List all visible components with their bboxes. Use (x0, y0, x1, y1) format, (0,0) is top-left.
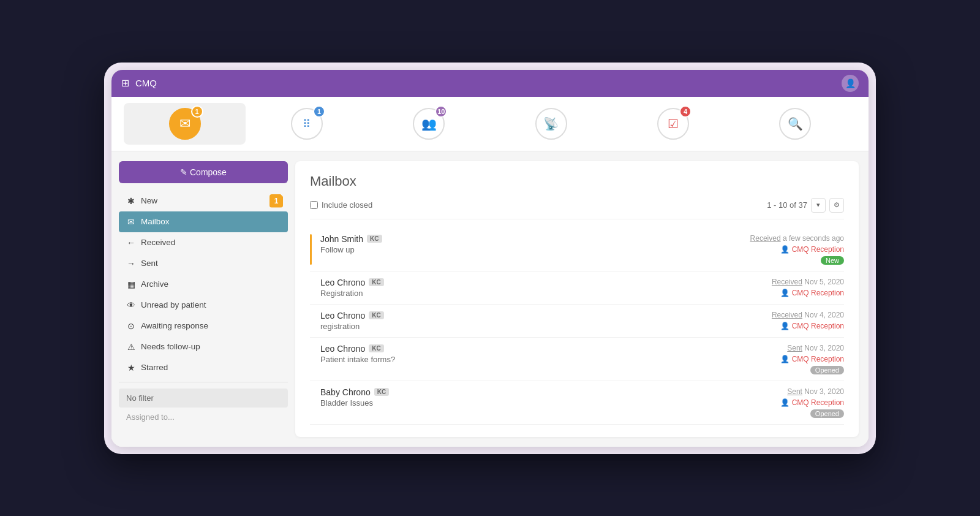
message-border (310, 387, 312, 418)
sidebar-label-new: New (141, 196, 157, 205)
starred-icon: ★ (126, 363, 136, 373)
message-status: Sent Nov 3, 2020 (787, 344, 844, 352)
sidebar-item-received[interactable]: ← Received (119, 232, 288, 253)
followup-icon: ⚠ (126, 342, 136, 352)
message-row[interactable]: Leo ChronoKCRegistrationReceived Nov 5, … (310, 271, 844, 305)
sidebar: ✎ Compose ✱ New 1 ✉ Mailbox ← Received (111, 151, 295, 447)
message-status: Received Nov 5, 2020 (772, 278, 844, 286)
message-body: Leo ChronoKCRegistration (320, 278, 709, 298)
mailbox-controls: Include closed 1 - 10 of 37 ▾ ⚙ (310, 198, 844, 219)
message-tag: Opened (810, 409, 844, 418)
mailbox-icon: ✉ (126, 217, 136, 227)
message-status: Received Nov 4, 2020 (772, 311, 844, 319)
sidebar-item-unread[interactable]: 👁 Unread by patient (119, 295, 288, 316)
sender-row: Leo ChronoKC (320, 344, 709, 354)
message-meta: Sent Nov 3, 2020👤 CMQ ReceptionOpened (709, 344, 844, 374)
content-area: ✎ Compose ✱ New 1 ✉ Mailbox ← Received (111, 151, 869, 447)
sender-badge: KC (374, 388, 389, 396)
message-meta: Sent Nov 3, 2020👤 CMQ ReceptionOpened (709, 387, 844, 418)
app-header: ⊞ CMQ 👤 (111, 70, 869, 97)
message-border (310, 234, 312, 265)
tab-grid[interactable]: ⠿ 1 (246, 103, 368, 145)
sidebar-label-sent: Sent (141, 259, 158, 268)
sidebar-assigned: Assigned to... (119, 408, 288, 427)
pagination-settings-btn[interactable]: ⚙ (829, 198, 844, 213)
sidebar-label-mailbox: Mailbox (141, 217, 170, 226)
sidebar-item-followup[interactable]: ⚠ Needs follow-up (119, 336, 288, 357)
tasks-badge: 4 (679, 105, 692, 118)
users-badge: 10 (435, 105, 447, 118)
tab-users[interactable]: 👥 10 (368, 103, 490, 145)
search-icon: 🔍 (779, 108, 811, 140)
sidebar-divider (119, 382, 288, 382)
received-icon: ← (126, 238, 136, 248)
tab-search[interactable]: 🔍 (734, 103, 856, 145)
sender-row: Leo ChronoKC (320, 278, 709, 287)
nav-tabs: ✉ 1 ⠿ 1 👥 10 📡 (111, 97, 869, 151)
sender-name: John Smith (320, 234, 363, 244)
header-title: CMQ (135, 78, 157, 88)
sender-row: Baby ChronoKC (320, 387, 709, 397)
message-assignee: 👤 CMQ Reception (780, 289, 844, 297)
message-body: Leo ChronoKCPatient intake forms? (320, 344, 709, 374)
chat-icon: 📡 (535, 108, 567, 140)
grid-icon: ⊞ (121, 77, 129, 89)
sender-badge: KC (369, 278, 383, 286)
sidebar-label-awaiting: Awaiting response (141, 321, 208, 330)
new-badge: 1 (270, 194, 283, 208)
sidebar-item-new[interactable]: ✱ New 1 (119, 191, 288, 211)
sender-name: Leo Chrono (320, 344, 365, 354)
message-assignee: 👤 CMQ Reception (780, 245, 844, 254)
message-list: John SmithKCFollow upReceived a few seco… (310, 228, 844, 425)
message-subject: Follow up (320, 245, 709, 254)
sidebar-item-sent[interactable]: → Sent (119, 253, 288, 274)
sender-row: John SmithKC (320, 234, 709, 244)
grid-badge: 1 (313, 105, 325, 118)
message-status: Received a few seconds ago (750, 234, 844, 243)
include-closed-checkbox[interactable] (310, 201, 318, 209)
archive-icon: ▦ (126, 279, 136, 289)
message-subject: Patient intake forms? (320, 355, 709, 364)
sidebar-item-mailbox[interactable]: ✉ Mailbox (119, 211, 288, 232)
message-assignee: 👤 CMQ Reception (780, 398, 844, 407)
message-subject: Bladder Issues (320, 398, 709, 408)
message-meta: Received a few seconds ago👤 CMQ Receptio… (709, 234, 844, 265)
message-border (310, 311, 312, 331)
message-border (310, 278, 312, 298)
sidebar-item-archive[interactable]: ▦ Archive (119, 274, 288, 295)
pagination-down-btn[interactable]: ▾ (811, 198, 826, 213)
message-subject: Registration (320, 289, 709, 298)
sidebar-item-starred[interactable]: ★ Starred (119, 357, 288, 378)
message-row[interactable]: Baby ChronoKCBladder IssuesSent Nov 3, 2… (310, 381, 844, 425)
message-row[interactable]: Leo ChronoKCPatient intake forms?Sent No… (310, 338, 844, 381)
tab-tasks[interactable]: ☑ 4 (612, 103, 734, 145)
avatar[interactable]: 👤 (842, 75, 859, 92)
sidebar-filter[interactable]: No filter (119, 389, 288, 408)
sender-name: Leo Chrono (320, 311, 365, 321)
message-row[interactable]: John SmithKCFollow upReceived a few seco… (310, 228, 844, 271)
sender-name: Leo Chrono (320, 278, 365, 287)
tab-chat[interactable]: 📡 (490, 103, 612, 145)
sidebar-label-followup: Needs follow-up (141, 342, 200, 351)
message-row[interactable]: Leo ChronoKCregistrationReceived Nov 4, … (310, 305, 844, 338)
pagination-text: 1 - 10 of 37 (767, 200, 807, 210)
tab-mail[interactable]: ✉ 1 (124, 103, 246, 145)
message-subject: registration (320, 322, 709, 331)
include-closed-label: Include closed (322, 200, 372, 210)
message-status: Sent Nov 3, 2020 (787, 387, 844, 396)
sidebar-label-archive: Archive (141, 279, 168, 289)
sent-icon: → (126, 259, 136, 268)
sidebar-label-received: Received (141, 238, 175, 247)
sidebar-label-starred: Starred (141, 363, 168, 372)
message-tag: New (821, 256, 844, 265)
page-title: Mailbox (310, 173, 844, 189)
main-content: Mailbox Include closed 1 - 10 of 37 ▾ ⚙ … (295, 161, 859, 437)
message-meta: Received Nov 4, 2020👤 CMQ Reception (709, 311, 844, 331)
sidebar-item-awaiting[interactable]: ⊙ Awaiting response (119, 316, 288, 336)
compose-button[interactable]: ✎ Compose (119, 161, 288, 183)
new-icon: ✱ (126, 196, 136, 206)
pagination: 1 - 10 of 37 ▾ ⚙ (767, 198, 844, 213)
message-tag: Opened (810, 366, 844, 374)
mail-badge: 1 (191, 105, 203, 118)
sidebar-label-unread: Unread by patient (141, 300, 206, 309)
